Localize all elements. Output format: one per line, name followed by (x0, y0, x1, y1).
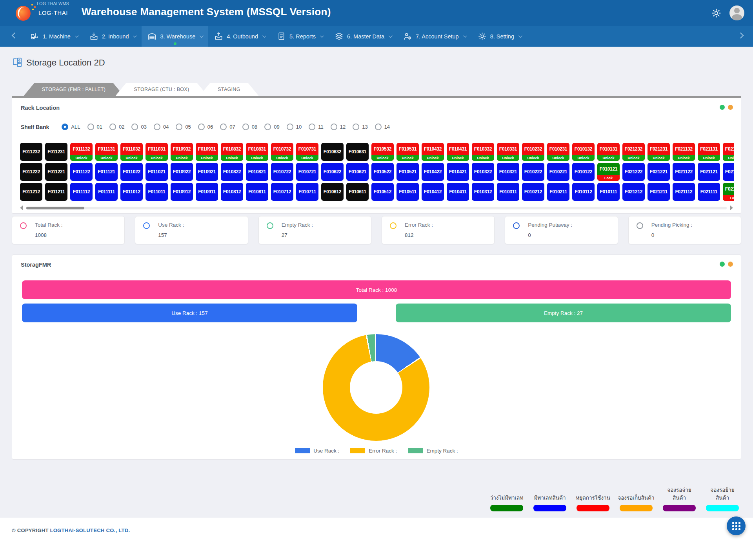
rack-F010521[interactable]: F010521 (397, 163, 419, 181)
rack-F010312[interactable]: F010312 (472, 183, 494, 201)
gear-icon[interactable] (711, 8, 722, 18)
rack-F011122[interactable]: F011122 (70, 163, 93, 181)
rack-F021131[interactable]: F021131Unlock (698, 143, 720, 161)
rack-F011211[interactable]: F011211 (45, 183, 67, 201)
rack-F011031[interactable]: F011031Unlock (146, 143, 168, 161)
shelf-bank-option-02[interactable]: 02 (109, 124, 124, 130)
shelf-bank-option-06[interactable]: 06 (198, 124, 213, 130)
rack-F011121[interactable]: F011121 (95, 163, 118, 181)
nav-item-6-master-data[interactable]: 6. Master Data (329, 26, 397, 47)
rack-F010512[interactable]: F010512 (371, 183, 394, 201)
rack-F010632[interactable]: F010632 (321, 143, 344, 161)
shelf-bank-option-14[interactable]: 14 (375, 124, 390, 130)
rack-F021012[interactable]: F021012Lock (723, 183, 734, 201)
rack-F010822[interactable]: F010822 (221, 163, 243, 181)
rack-F011131[interactable]: F011131Unlock (95, 143, 118, 161)
radio-button[interactable] (353, 124, 359, 130)
radio-button[interactable] (109, 124, 116, 130)
rack-F011111[interactable]: F011111 (95, 183, 118, 201)
rack-F010331[interactable]: F010331Unlock (497, 143, 519, 161)
tab-staging[interactable]: STAGING (199, 83, 259, 96)
radio-button[interactable] (87, 124, 94, 130)
radio-button[interactable] (131, 124, 138, 130)
rack-F010122[interactable]: F010122 (572, 163, 595, 181)
rack-F010612[interactable]: F010612 (321, 183, 344, 201)
shelf-bank-option-03[interactable]: 03 (131, 124, 146, 130)
shelf-bank-option-01[interactable]: 01 (87, 124, 102, 130)
apps-fab-button[interactable] (727, 516, 746, 535)
rack-F010931[interactable]: F010931Unlock (196, 143, 218, 161)
rack-F010912[interactable]: F010912 (171, 183, 193, 201)
rack-F021211[interactable]: F021211 (648, 183, 670, 201)
rack-F010421[interactable]: F010421 (447, 163, 469, 181)
rack-F021112[interactable]: F021112 (673, 183, 695, 201)
shelf-bank-option-12[interactable]: 12 (331, 124, 346, 130)
rack-F010511[interactable]: F010511 (397, 183, 419, 201)
rack-F010522[interactable]: F010522 (371, 163, 394, 181)
scrollbar-track[interactable] (26, 207, 727, 209)
rack-F010711[interactable]: F010711 (296, 183, 318, 201)
nav-scroll-left-icon[interactable] (12, 33, 18, 39)
rack-F021222[interactable]: F021222 (622, 163, 645, 181)
user-avatar[interactable] (729, 5, 744, 20)
nav-item-3-warehouse[interactable]: 3. Warehouse (142, 26, 208, 47)
radio-button[interactable] (287, 124, 293, 130)
radio-button[interactable] (62, 124, 68, 130)
rack-F010821[interactable]: F010821 (246, 163, 268, 181)
rack-F021111[interactable]: F021111 (698, 183, 720, 201)
rack-F021122[interactable]: F021122 (673, 163, 695, 181)
scrollbar-thumb[interactable] (26, 207, 84, 209)
nav-item-8-setting[interactable]: 8. Setting (472, 26, 527, 47)
rack-F010712[interactable]: F010712 (271, 183, 293, 201)
rack-F010211[interactable]: F010211 (547, 183, 569, 201)
rack-F011212[interactable]: F011212 (20, 183, 42, 201)
rack-F010111[interactable]: F010111 (597, 183, 620, 201)
rack-F010731[interactable]: F010731Unlock (296, 143, 318, 161)
rack-F010921[interactable]: F010921 (196, 163, 218, 181)
nav-scroll-right-icon[interactable] (738, 33, 744, 39)
rack-F021212[interactable]: F021212 (622, 183, 645, 201)
rack-F010621[interactable]: F010621 (346, 163, 369, 181)
rack-F021232[interactable]: F021232Unlock (622, 143, 645, 161)
rack-F011032[interactable]: F011032Unlock (120, 143, 143, 161)
rack-F010431[interactable]: F010431Unlock (447, 143, 469, 161)
rack-F010631[interactable]: F010631 (346, 143, 369, 161)
rack-F010811[interactable]: F010811 (246, 183, 268, 201)
rack-F010932[interactable]: F010932Unlock (171, 143, 193, 161)
rack-F010131[interactable]: F010131Unlock (597, 143, 620, 161)
rack-F010221[interactable]: F010221 (547, 163, 569, 181)
rack-F010311[interactable]: F010311 (497, 183, 519, 201)
shelf-bank-option-10[interactable]: 10 (287, 124, 302, 130)
rack-F010832[interactable]: F010832Unlock (221, 143, 243, 161)
radio-button[interactable] (242, 124, 249, 130)
rack-F021022[interactable]: F021022 (723, 163, 734, 181)
rack-F010812[interactable]: F010812 (221, 183, 243, 201)
rack-F010412[interactable]: F010412 (422, 183, 444, 201)
rack-F010622[interactable]: F010622 (321, 163, 344, 181)
radio-button[interactable] (331, 124, 337, 130)
radio-button[interactable] (154, 124, 160, 130)
rack-F011011[interactable]: F011011 (146, 183, 168, 201)
tab-storage-ctu-box[interactable]: STORAGE (CTU : BOX) (115, 83, 208, 96)
rack-F010322[interactable]: F010322 (472, 163, 494, 181)
radio-button[interactable] (264, 124, 271, 130)
rack-F010121[interactable]: F010121Lock (597, 163, 620, 181)
rack-F010531[interactable]: F010531Unlock (397, 143, 419, 161)
shelf-bank-option-all[interactable]: ALL (62, 124, 80, 130)
rack-F011022[interactable]: F011022 (120, 163, 143, 181)
shelf-bank-option-07[interactable]: 07 (220, 124, 235, 130)
radio-button[interactable] (309, 124, 315, 130)
shelf-bank-option-04[interactable]: 04 (154, 124, 169, 130)
rack-F011021[interactable]: F011021 (146, 163, 168, 181)
rack-F010911[interactable]: F010911 (196, 183, 218, 201)
rack-F010432[interactable]: F010432Unlock (422, 143, 444, 161)
rack-F021221[interactable]: F021221 (648, 163, 670, 181)
rack-F010112[interactable]: F010112 (572, 183, 595, 201)
rack-F010732[interactable]: F010732Unlock (271, 143, 293, 161)
rack-F010232[interactable]: F010232Unlock (522, 143, 544, 161)
rack-F021032[interactable]: F021032Unlock (723, 143, 734, 161)
radio-button[interactable] (220, 124, 227, 130)
nav-item-5-reports[interactable]: 5. Reports (271, 26, 329, 47)
rack-F021132[interactable]: F021132Unlock (673, 143, 695, 161)
rack-F021121[interactable]: F021121 (698, 163, 720, 181)
